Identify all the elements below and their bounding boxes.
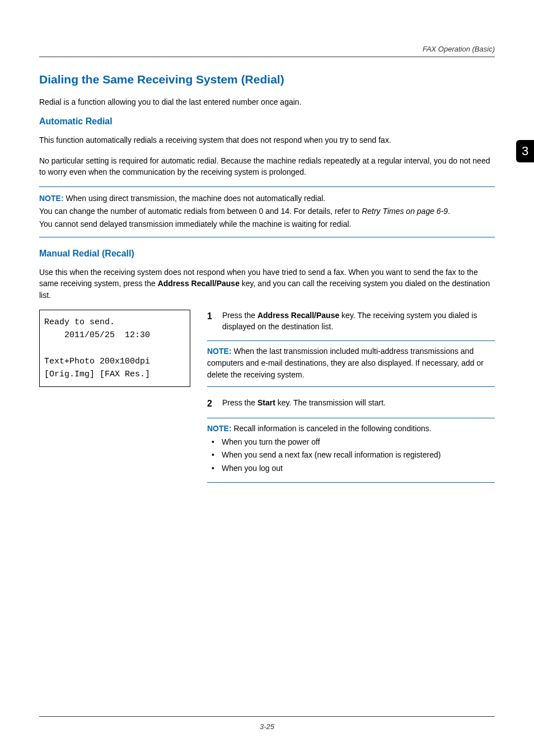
note3-line: NOTE: Recall information is canceled in … [207,423,495,435]
intro-text: Redial is a function allowing you to dia… [39,96,495,108]
manual-p1: Use this when the receiving system does … [39,267,495,301]
note3-label: NOTE: [207,424,232,433]
step-1-text: Press the Address Recall/Pause key. The … [222,310,495,333]
page-footer: 3-25 [39,716,495,731]
note2-label: NOTE: [207,347,232,356]
lcd-display: Ready to send. 2011/05/25 12:30 Text+Pho… [39,310,190,387]
note1-text1: When using direct transmission, the mach… [64,194,326,203]
step-1: 1 Press the Address Recall/Pause key. Th… [207,310,495,333]
note1-ref: Retry Times on page 6-9 [362,207,448,216]
header-section: FAX Operation (Basic) [39,45,495,57]
heading-automatic-redial: Automatic Redial [39,116,495,127]
s1-key: Address Recall/Pause [257,311,339,320]
lcd-line1: Ready to send. [44,318,115,327]
step-2-text: Press the Start key. The transmission wi… [222,397,495,410]
s2a: Press the [222,398,257,407]
auto-p1: This function automatically redials a re… [39,134,495,146]
auto-p2: No particular setting is required for au… [39,155,495,178]
note-block-3: NOTE: Recall information is canceled in … [207,418,495,483]
lcd-line2: 2011/05/25 12:30 [44,330,150,340]
manual-key: Address Recall/Pause [158,279,240,288]
two-column-layout: Ready to send. 2011/05/25 12:30 Text+Pho… [39,310,495,493]
step-2-num: 2 [207,397,212,410]
chapter-tab: 3 [516,140,534,162]
note1-line2: You can change the number of automatic r… [39,206,495,217]
s2-key: Start [257,398,275,407]
bullet-3: When you log out [207,463,495,474]
lcd-line5: [Orig.Img] [FAX Res.] [44,370,150,379]
left-column: Ready to send. 2011/05/25 12:30 Text+Pho… [39,310,190,493]
page-title: Dialing the Same Receiving System (Redia… [39,73,495,86]
bullet-1: When you turn the power off [207,437,495,448]
right-column: 1 Press the Address Recall/Pause key. Th… [207,310,495,493]
note3-bullets: When you turn the power off When you sen… [207,437,495,474]
note1-line3: You cannot send delayed transmission imm… [39,218,495,230]
note1-text2a: You can change the number of automatic r… [39,207,362,216]
s1a: Press the [222,311,257,320]
lcd-line4: Text+Photo 200x100dpi [44,357,150,366]
bullet-2: When you send a next fax (new recall inf… [207,450,495,461]
note-block-2: NOTE: When the last transmission include… [207,340,495,387]
note3-text: Recall information is canceled in the fo… [232,424,432,433]
heading-manual-redial: Manual Redial (Recall) [39,249,495,259]
step-2: 2 Press the Start key. The transmission … [207,397,495,410]
note-block-1: NOTE: When using direct transmission, th… [39,186,495,237]
note1-text2c: . [448,207,450,216]
note1-line1: NOTE: When using direct transmission, th… [39,193,495,204]
note-label: NOTE: [39,194,64,203]
step-1-num: 1 [207,310,212,333]
note2-text: When the last transmission included mult… [207,347,484,379]
s2c: key. The transmission will start. [275,398,386,407]
